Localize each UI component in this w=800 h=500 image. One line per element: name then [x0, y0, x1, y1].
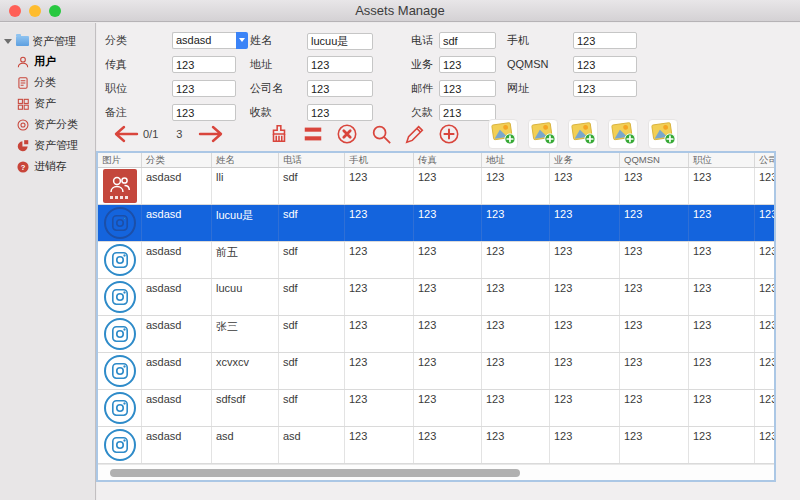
- sidebar-item-5[interactable]: ? 进销存: [0, 156, 95, 177]
- disclosure-triangle-icon[interactable]: [4, 39, 12, 44]
- field-input-0-2[interactable]: [439, 32, 496, 49]
- table-row-2[interactable]: asdasd前五sdf123123123123123123123: [98, 242, 776, 279]
- table-row-5[interactable]: asdasdxcvxcvsdf123123123123123123123: [98, 353, 776, 390]
- field-input-1-3[interactable]: [573, 56, 637, 73]
- horizontal-scrollbar-thumb[interactable]: [110, 469, 520, 477]
- table-row-1[interactable]: asdasdlucuu是sdf123123123123123123123: [98, 205, 776, 242]
- cell-4-3: 123: [345, 316, 414, 352]
- field-input-0-3[interactable]: [573, 32, 637, 49]
- category-combobox[interactable]: [172, 32, 248, 49]
- sidebar-root-assets-manage[interactable]: 资产管理: [0, 31, 95, 51]
- column-header-9[interactable]: 职位: [689, 153, 755, 167]
- column-header-5[interactable]: 传真: [414, 153, 482, 167]
- cell-2-6: 123: [550, 242, 620, 278]
- minimize-button[interactable]: [29, 5, 41, 17]
- close-button[interactable]: [9, 5, 21, 17]
- field-label-0-2: 电话: [411, 33, 439, 48]
- rows-icon[interactable]: [302, 123, 324, 145]
- clean-brush-icon[interactable]: [268, 123, 290, 145]
- row-image-cell: [98, 242, 142, 278]
- row-image-cell: [98, 205, 142, 241]
- table-row-3[interactable]: asdasdlucuusdf123123123123123123123: [98, 279, 776, 316]
- cell-5-9: 123: [755, 353, 776, 389]
- field-input-0-1[interactable]: [307, 33, 373, 50]
- row-image-cell: [98, 168, 142, 204]
- column-header-3[interactable]: 电话: [279, 153, 345, 167]
- image-add-button-2[interactable]: [568, 119, 598, 149]
- image-add-button-0[interactable]: [488, 119, 518, 149]
- image-add-button-1[interactable]: [528, 119, 558, 149]
- field-label-0-0: 分类: [105, 33, 172, 48]
- column-header-6[interactable]: 地址: [482, 153, 550, 167]
- cell-3-1: lucuu: [212, 279, 279, 315]
- sidebar-item-0[interactable]: 用户: [0, 51, 95, 72]
- sidebar-item-4[interactable]: 资产管理: [0, 135, 95, 156]
- inventory-icon: ?: [16, 160, 30, 174]
- cell-3-0: asdasd: [142, 279, 212, 315]
- sidebar-item-1[interactable]: 分类: [0, 72, 95, 93]
- column-header-8[interactable]: QQMSN: [620, 153, 689, 167]
- column-header-2[interactable]: 姓名: [212, 153, 279, 167]
- cell-5-5: 123: [482, 353, 550, 389]
- cell-6-0: asdasd: [142, 390, 212, 426]
- image-add-button-3[interactable]: [608, 119, 638, 149]
- cell-4-2: sdf: [279, 316, 345, 352]
- row-image-cell: [98, 427, 142, 463]
- pager-count: 3: [176, 128, 182, 140]
- column-header-10[interactable]: 公司名: [755, 153, 776, 167]
- sidebar-items: 用户 分类 资产 资产分类 资产管理? 进销存: [0, 51, 95, 177]
- zoom-button[interactable]: [49, 5, 61, 17]
- next-arrow-icon[interactable]: [198, 124, 224, 144]
- window-title: Assets Manage: [355, 3, 445, 18]
- image-add-icon: [490, 119, 516, 149]
- column-header-4[interactable]: 手机: [345, 153, 414, 167]
- cell-7-2: asd: [279, 427, 345, 463]
- field-label-2-3: 网址: [507, 81, 573, 96]
- cell-0-0: asdasd: [142, 168, 212, 204]
- cell-1-2: sdf: [279, 205, 345, 241]
- cell-0-5: 123: [482, 168, 550, 204]
- cell-6-7: 123: [620, 390, 689, 426]
- sidebar-item-3[interactable]: 资产分类: [0, 114, 95, 135]
- cell-3-7: 123: [620, 279, 689, 315]
- cell-4-1: 张三: [212, 316, 279, 352]
- sidebar-item-2[interactable]: 资产: [0, 93, 95, 114]
- cell-5-7: 123: [620, 353, 689, 389]
- delete-icon[interactable]: [336, 123, 358, 145]
- chevron-down-icon[interactable]: [236, 32, 248, 49]
- field-input-2-0[interactable]: [172, 80, 236, 97]
- edit-icon[interactable]: [404, 123, 426, 145]
- category-combo-input[interactable]: [172, 32, 236, 49]
- table-row-6[interactable]: asdasdsdfsdfsdf123123123123123123123: [98, 390, 776, 427]
- main-content: 分类 姓名电话手机传真地址业务QQMSN职位公司名邮件网址备注收款欠款 0/1 …: [97, 23, 800, 500]
- cell-5-1: xcvxcv: [212, 353, 279, 389]
- image-add-button-4[interactable]: [648, 119, 678, 149]
- field-input-2-2[interactable]: [439, 80, 496, 97]
- table-row-0[interactable]: asdasdllisdf123123123123123123123: [98, 168, 776, 205]
- table-row-7[interactable]: asdasdasdasd123123123123123123123: [98, 427, 776, 464]
- cell-6-4: 123: [414, 390, 482, 426]
- prev-arrow-icon[interactable]: [113, 124, 139, 144]
- cell-4-6: 123: [550, 316, 620, 352]
- field-input-1-0[interactable]: [172, 56, 236, 73]
- cell-2-9: 123: [755, 242, 776, 278]
- column-header-7[interactable]: 业务: [550, 153, 620, 167]
- field-input-1-1[interactable]: [307, 56, 373, 73]
- cell-1-0: asdasd: [142, 205, 212, 241]
- cell-1-3: 123: [345, 205, 414, 241]
- cell-6-2: sdf: [279, 390, 345, 426]
- cell-7-3: 123: [345, 427, 414, 463]
- field-input-1-2[interactable]: [439, 56, 496, 73]
- add-icon[interactable]: [438, 123, 460, 145]
- field-input-2-3[interactable]: [573, 80, 637, 97]
- search-icon[interactable]: [370, 123, 392, 145]
- field-label-2-2: 邮件: [411, 81, 439, 96]
- image-add-icon: [530, 119, 556, 149]
- cell-6-6: 123: [550, 390, 620, 426]
- sidebar-item-label: 用户: [34, 54, 56, 69]
- cell-5-4: 123: [414, 353, 482, 389]
- column-header-0[interactable]: 图片: [98, 153, 142, 167]
- table-row-4[interactable]: asdasd张三sdf123123123123123123123: [98, 316, 776, 353]
- field-input-2-1[interactable]: [307, 80, 373, 97]
- column-header-1[interactable]: 分类: [142, 153, 212, 167]
